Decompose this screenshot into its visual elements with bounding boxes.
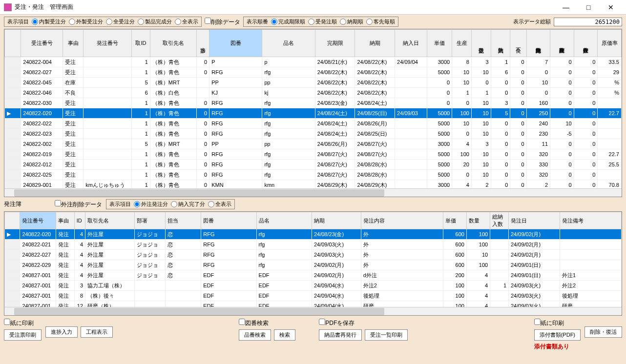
order-group: 表示順番 完成期限順 受発注順 納期順 客先毎順: [243, 17, 398, 27]
tenpu-ari-label: 添付書類あり: [534, 343, 581, 351]
col-header[interactable]: 図番: [201, 212, 256, 229]
col-header[interactable]: 発注日: [509, 212, 560, 229]
col-header[interactable]: 品名: [256, 212, 312, 229]
table-row[interactable]: 240822-025受注1（株）青色0RFGrfg24/08/27(火)24/0…: [5, 170, 622, 180]
opt-kansei[interactable]: 製品完成分: [138, 18, 172, 25]
order-label: 表示順番: [247, 18, 268, 25]
total-label: 表示データ総額: [513, 18, 551, 25]
po-grid[interactable]: 発注番号事由ID取引先名部署担当図番品名納期発注内容単価数量総納入数発注日発注備…: [4, 211, 622, 316]
tenpu-button[interactable]: 添付書類(PDF): [534, 329, 581, 341]
col-header[interactable]: 納期: [355, 30, 395, 57]
opt-naisei[interactable]: 内製受注分: [32, 18, 66, 25]
opt-zenjuchu[interactable]: 全受注分: [106, 18, 135, 25]
col-header[interactable]: 発注備考: [560, 212, 621, 229]
col-header[interactable]: 納期: [312, 212, 361, 229]
paper-print1-check[interactable]: 紙に印刷: [4, 319, 42, 327]
col-header[interactable]: 事由: [56, 212, 74, 229]
ord-kansei[interactable]: 完成期限順: [271, 18, 305, 25]
nouhin-button[interactable]: 納品書再発行: [319, 329, 362, 341]
col-header[interactable]: ID: [74, 212, 85, 229]
col-header[interactable]: 完納時在庫数: [526, 30, 550, 57]
display2-label: 表示項目: [109, 201, 131, 208]
col-header[interactable]: 完期限: [315, 30, 355, 57]
table-row[interactable]: 240822-022受注1（株）青色0RFGrfg24/08/24(土)24/0…: [5, 119, 622, 129]
col-header[interactable]: 事由: [63, 30, 83, 57]
ord-nouki[interactable]: 納期順: [340, 18, 363, 25]
col-header[interactable]: 取引先名: [150, 30, 196, 57]
col-header[interactable]: 不良: [510, 30, 526, 57]
table-row[interactable]: 240822-027受注1（株）青色0RFGrfg24/08/22(木)24/0…: [5, 67, 622, 78]
zuban-search-check[interactable]: 図番検索: [239, 319, 295, 327]
opt2-zen[interactable]: 全表示: [208, 201, 231, 208]
col-header[interactable]: 数量: [466, 212, 490, 229]
table-row[interactable]: 240822-027発注4外注屋ジョジョ恋RFGrfg24/09/03(火)外6…: [5, 250, 622, 260]
grid1-hscroll[interactable]: [4, 188, 622, 197]
col-header[interactable]: 納入数: [491, 30, 510, 57]
ichiran-button[interactable]: 受注一覧印刷: [365, 329, 408, 341]
col-header[interactable]: 在庫調整数: [550, 30, 574, 57]
hachubo-label: 発注簿: [4, 200, 21, 208]
col-header[interactable]: 取引先名: [85, 212, 135, 229]
table-row[interactable]: 240827-001発注4外注屋ジョジョ恋EDFEDF24/09/02(月)d外…: [5, 270, 622, 281]
pdf-save-check[interactable]: PDFを保存: [319, 319, 408, 327]
col-header[interactable]: 図番: [209, 30, 262, 57]
col-header[interactable]: 発注番号: [83, 30, 132, 57]
table-row[interactable]: 240822-019受注1（株）青色0RFGrfg24/08/27(火)24/0…: [5, 149, 622, 160]
display-label: 表示項目: [7, 18, 29, 25]
col-header[interactable]: 担当: [165, 212, 201, 229]
col-header[interactable]: 単価: [443, 212, 466, 229]
table-row[interactable]: 240822-002受注5（株）MRT0PPpp24/08/26(月)24/08…: [5, 139, 622, 149]
col-header[interactable]: 仕掛在庫数: [574, 30, 598, 57]
table-row[interactable]: ▶240822-020発注4外注屋ジョジョ恋RFGrfg24/08/23(金)外…: [5, 229, 622, 240]
table-row[interactable]: 240822-004受注1（株）青色0Pp24/08/21(水)24/08/22…: [5, 57, 622, 67]
table-row[interactable]: 240822-023受注1（株）青色0RFGrfg24/08/24(土)24/0…: [5, 129, 622, 139]
opt-gaisei[interactable]: 外製受注分: [69, 18, 103, 25]
col-header[interactable]: 受注数: [471, 30, 491, 57]
display2-group: 表示項目 外注発注分 納入完了分 全表示: [106, 199, 235, 209]
col-header[interactable]: 生産: [452, 30, 472, 57]
close-button[interactable]: ✕: [600, 0, 622, 15]
app-icon: [4, 3, 12, 11]
orders-grid[interactable]: 受注番号事由発注番号取ID取引先名進捗図番品名完期限納期納入日単価生産受注数納入…: [4, 29, 622, 197]
opt-zenhyoji[interactable]: 全表示: [175, 18, 198, 25]
col-header[interactable]: 進捗: [196, 30, 209, 57]
maximize-button[interactable]: □: [577, 0, 600, 15]
display-group: 表示項目 内製受注分 外製受注分 全受注分 製品完成分 全表示: [4, 17, 202, 27]
col-header[interactable]: 部署: [134, 212, 165, 229]
col-header[interactable]: 発注内容: [361, 212, 443, 229]
shinpo-button[interactable]: 進捗入力: [45, 326, 78, 338]
paper-print2-check[interactable]: 紙に印刷: [534, 319, 581, 327]
col-header[interactable]: 品名: [262, 30, 315, 57]
col-header[interactable]: 受注番号: [21, 30, 63, 57]
ord-juhachu[interactable]: 受発注順: [308, 18, 337, 25]
juchu-print-button[interactable]: 受注票印刷: [4, 329, 42, 341]
hinban-search-button[interactable]: 品番検索: [239, 329, 271, 341]
col-header[interactable]: 納入日: [395, 30, 427, 57]
table-row[interactable]: 240827-001発注8（株）後々EDFEDF24/09/04(水)後処理10…: [5, 291, 622, 301]
koutei-button[interactable]: 工程表示: [81, 326, 113, 338]
search-button[interactable]: 検索: [274, 329, 295, 341]
table-row[interactable]: 240822-029発注4外注屋ジョジョ恋RFGrfg24/09/02(月)外6…: [5, 260, 622, 270]
grid2-hscroll[interactable]: [4, 307, 622, 315]
opt2-gaichu[interactable]: 外注発注分: [134, 201, 168, 208]
ord-kyakusaki[interactable]: 客先毎順: [366, 18, 395, 25]
minimize-button[interactable]: —: [555, 0, 577, 15]
table-row[interactable]: 240822-012受注1（株）青色0RFGrfg24/08/27(火)24/0…: [5, 160, 622, 170]
col-header[interactable]: 取ID: [132, 30, 150, 57]
table-row[interactable]: ▶240822-020受注1（株）青色0RFGrfg24/08/24(土)24/…: [5, 108, 622, 119]
table-row[interactable]: 240822-021発注4外注屋ジョジョ恋RFGrfg24/09/03(火)外6…: [5, 240, 622, 250]
col-header[interactable]: 原価率: [598, 30, 622, 57]
gaichu-del-check[interactable]: 外注削除データ: [55, 200, 102, 209]
table-row[interactable]: 240822-045在庫5（株）MRTPPpp24/08/22(木)24/08/…: [5, 78, 622, 88]
titlebar: 受注・発注 管理画面 — □ ✕: [0, 0, 626, 15]
total-value: 2651200: [554, 18, 622, 26]
table-row[interactable]: 240822-046不良6（株）白色KJkj24/08/22(木)24/08/2…: [5, 88, 622, 98]
opt2-nounyu[interactable]: 納入完了分: [171, 201, 205, 208]
col-header[interactable]: 発注番号: [20, 212, 56, 229]
deleted-data-check[interactable]: 削除データ: [205, 18, 240, 26]
col-header[interactable]: 総納入数: [490, 212, 509, 229]
delete-restore-button[interactable]: 削除・復活: [584, 326, 622, 338]
table-row[interactable]: 240822-030受注1（株）青色0RFGrfg24/08/23(金)24/0…: [5, 98, 622, 108]
col-header[interactable]: 単価: [427, 30, 452, 57]
table-row[interactable]: 240827-001発注3協力工場（株）EDFEDF24/09/04(水)外注2…: [5, 281, 622, 291]
